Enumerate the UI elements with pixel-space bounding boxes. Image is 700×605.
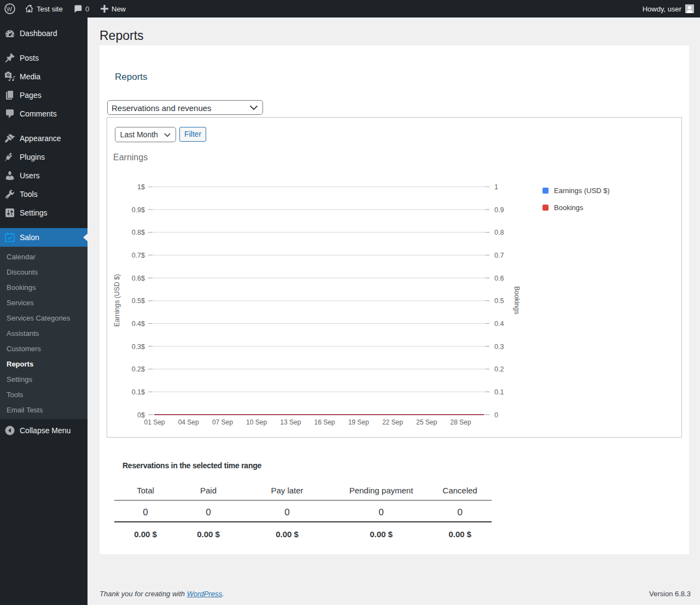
svg-text:0.2$: 0.2$ (132, 365, 145, 373)
svg-text:04 Sep: 04 Sep (178, 418, 199, 426)
svg-text:0.9$: 0.9$ (132, 206, 145, 214)
svg-text:Earnings (USD $): Earnings (USD $) (113, 274, 121, 327)
svg-text:0.1$: 0.1$ (132, 388, 145, 396)
svg-text:0.1: 0.1 (494, 388, 504, 396)
svg-text:10 Sep: 10 Sep (246, 418, 267, 426)
svg-text:0.5$: 0.5$ (132, 297, 145, 305)
svg-text:1$: 1$ (137, 183, 145, 191)
svg-text:0$: 0$ (137, 411, 145, 419)
svg-text:22 Sep: 22 Sep (382, 418, 403, 426)
svg-text:0.8$: 0.8$ (132, 229, 145, 236)
svg-text:Bookings: Bookings (513, 286, 521, 314)
svg-text:25 Sep: 25 Sep (416, 418, 437, 426)
svg-text:0.2: 0.2 (494, 365, 504, 373)
svg-text:13 Sep: 13 Sep (280, 418, 301, 426)
svg-text:0.4: 0.4 (494, 320, 504, 328)
svg-text:Earnings (USD $): Earnings (USD $) (554, 187, 610, 195)
svg-text:Bookings: Bookings (554, 203, 584, 212)
svg-text:28 Sep: 28 Sep (450, 418, 471, 426)
svg-text:0.6: 0.6 (494, 275, 504, 282)
svg-text:0: 0 (494, 411, 498, 419)
svg-text:0.7: 0.7 (494, 252, 504, 259)
svg-text:07 Sep: 07 Sep (212, 418, 233, 426)
svg-text:16 Sep: 16 Sep (314, 418, 335, 426)
svg-text:19 Sep: 19 Sep (348, 418, 369, 426)
svg-text:0.3$: 0.3$ (132, 343, 145, 351)
svg-text:0.7$: 0.7$ (132, 252, 145, 259)
svg-text:0.4$: 0.4$ (132, 320, 145, 328)
svg-text:0.8: 0.8 (494, 229, 504, 236)
svg-text:1: 1 (494, 183, 498, 191)
svg-text:01 Sep: 01 Sep (144, 418, 165, 426)
svg-text:0.6$: 0.6$ (132, 275, 145, 282)
svg-text:0.9: 0.9 (494, 206, 504, 214)
svg-text:0.5: 0.5 (494, 297, 504, 305)
svg-text:0.3: 0.3 (494, 343, 504, 351)
